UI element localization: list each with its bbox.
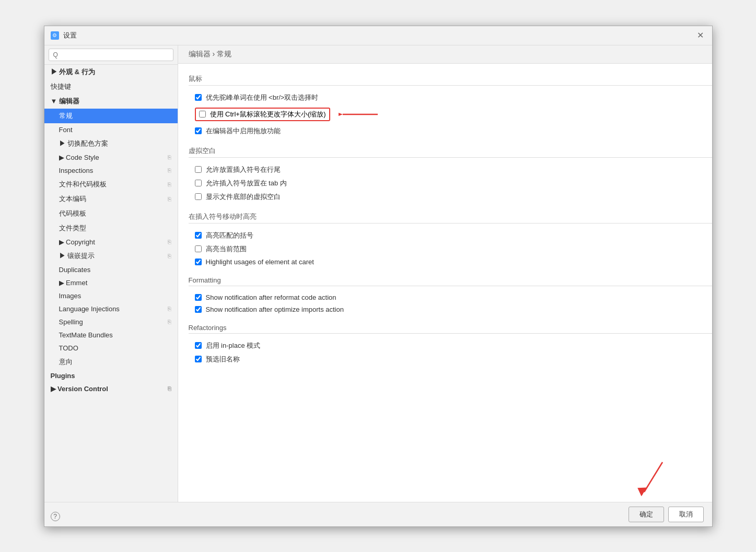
optimize-notify-label[interactable]: Show notification after optimize imports… [206,306,344,313]
sidebar-item-label: 文件类型 [59,224,86,233]
drag-drop-checkbox[interactable] [195,127,202,134]
show-bottom-label[interactable]: 显示文件底部的虚拟空白 [206,192,281,202]
sidebar-item-inlay-hints[interactable]: ▶ 镶嵌提示 ⎘ [44,249,178,263]
sidebar-item-copyright[interactable]: ▶ Copyright ⎘ [44,236,178,249]
help-button[interactable]: ? [51,512,60,521]
caret-highlight-header: 在插入符号移动时高亮 [189,212,702,224]
allow-tab-label[interactable]: 允许插入符号放置在 tab 内 [206,179,287,188]
allow-end-checkbox[interactable] [195,166,202,173]
copy-icon: ⎘ [168,181,171,187]
sidebar-item-spelling[interactable]: Spelling ⎘ [44,315,178,328]
preselect-label[interactable]: 预选旧名称 [206,355,240,364]
checkbox-allow-end: 允许放置插入符号在行尾 [189,163,702,177]
camel-case-checkbox[interactable] [195,94,202,101]
reformat-notify-checkbox[interactable] [195,294,202,301]
sidebar-item-label: ▶ Version Control [51,385,108,393]
annotation-arrow [339,107,380,122]
sidebar-item-todo[interactable]: TODO [44,342,178,355]
ctrl-scroll-row: 使用 Ctrl+鼠标滚轮更改字体大小(缩放) [189,104,702,124]
checkbox-reformat: Show notification after reformat code ac… [189,291,702,303]
sidebar-item-label: 代码模板 [59,209,86,218]
sidebar-item-shortcuts[interactable]: 快捷键 [44,79,178,94]
sidebar-item-label: Images [59,292,82,300]
allow-end-label[interactable]: 允许放置插入符号在行尾 [206,165,281,174]
usages-label[interactable]: Highlight usages of element at caret [206,258,314,266]
optimize-notify-checkbox[interactable] [195,306,202,313]
mouse-section: 鼠标 优先驼峰单词在使用 <br/>双击选择时 使用 Ctrl+鼠标滚轮更改字体… [189,74,702,138]
sidebar-item-label: Spelling [59,318,83,326]
sidebar-item-label: 常规 [59,111,73,121]
allow-tab-checkbox[interactable] [195,180,202,186]
checkbox-show-bottom: 显示文件底部的虚拟空白 [189,190,702,204]
sidebar-item-appearance[interactable]: ▶ 外观 & 行为 [44,65,178,79]
matching-brace-checkbox[interactable] [195,232,202,239]
sidebar-item-text-encoding[interactable]: 文本编码 ⎘ [44,192,178,206]
current-scope-label[interactable]: 高亮当前范围 [206,244,247,254]
bottom-red-arrow-svg [636,460,668,496]
sidebar-item-textmate[interactable]: TextMate Bundles [44,328,178,342]
inplace-label[interactable]: 启用 in-place 模式 [206,341,261,350]
copy-icon: ⎘ [168,319,171,325]
svg-line-3 [644,462,662,492]
sidebar-item-general[interactable]: 常规 [44,109,178,123]
dialog-footer: ? 确定 取消 [44,502,712,526]
copy-icon: ⎘ [168,154,171,160]
sidebar-item-emmet[interactable]: ▶ Emmet [44,276,178,289]
sidebar-item-duplicates[interactable]: Duplicates [44,263,178,276]
checkbox-optimize: Show notification after optimize imports… [189,303,702,315]
current-scope-checkbox[interactable] [195,245,202,252]
sidebar-item-label: 文件和代码模板 [59,180,107,189]
cancel-button[interactable]: 取消 [668,507,704,522]
highlight-box: 使用 Ctrl+鼠标滚轮更改字体大小(缩放) [195,108,330,121]
matching-brace-label[interactable]: 高亮匹配的括号 [206,231,253,240]
sidebar: ▶ 外观 & 行为 快捷键 ▼ 编辑器 常规 Font ▶ 切换配色方案 [44,45,178,502]
sidebar-item-lang-injections[interactable]: Language Injections ⎘ [44,302,178,315]
sidebar-item-inspections[interactable]: Inspections ⎘ [44,164,178,177]
preselect-checkbox[interactable] [195,356,202,362]
copy-icon: ⎘ [168,306,171,312]
sidebar-item-code-template[interactable]: 代码模板 [44,206,178,221]
formatting-section: Formatting Show notification after refor… [189,276,702,315]
ok-button[interactable]: 确定 [629,507,664,522]
show-bottom-checkbox[interactable] [195,193,202,200]
ctrl-scroll-label[interactable]: 使用 Ctrl+鼠标滚轮更改字体大小(缩放) [210,110,326,119]
sidebar-item-intention[interactable]: 意向 [44,355,178,369]
ctrl-scroll-checkbox[interactable] [199,111,206,118]
sidebar-item-images[interactable]: Images [44,289,178,302]
inplace-checkbox[interactable] [195,342,202,349]
refactorings-header: Refactorings [189,324,702,334]
camel-case-label[interactable]: 优先驼峰单词在使用 <br/>双击选择时 [206,93,319,102]
dialog-title: 设置 [63,31,77,40]
search-box [44,45,178,65]
breadcrumb: 编辑器 › 常规 [178,45,712,64]
copy-icon: ⎘ [168,196,171,202]
sidebar-item-plugins[interactable]: Plugins [44,369,178,382]
sidebar-item-label: Duplicates [59,266,91,274]
mouse-section-header: 鼠标 [189,74,702,86]
usages-checkbox[interactable] [195,259,202,265]
sidebar-item-font[interactable]: Font [44,123,178,136]
sidebar-item-label: TextMate Bundles [59,331,113,339]
copy-icon: ⎘ [168,385,171,392]
sidebar-item-version-control[interactable]: ▶ Version Control ⎘ [44,382,178,395]
sidebar-item-editor[interactable]: ▼ 编辑器 [44,94,178,109]
search-input[interactable] [49,49,173,61]
sidebar-item-file-template[interactable]: 文件和代码模板 ⎘ [44,177,178,192]
sidebar-item-label: Font [59,126,73,134]
content-area: 鼠标 优先驼峰单词在使用 <br/>双击选择时 使用 Ctrl+鼠标滚轮更改字体… [178,64,712,502]
sidebar-item-label: ▼ 编辑器 [51,97,79,106]
sidebar-item-label: ▶ 镶嵌提示 [59,251,95,261]
virtual-space-section: 虚拟空白 允许放置插入符号在行尾 允许插入符号放置在 tab 内 显示文件底部的… [189,146,702,204]
checkbox-current-scope: 高亮当前范围 [189,242,702,256]
copy-icon: ⎘ [168,167,171,173]
sidebar-item-color-scheme[interactable]: ▶ 切换配色方案 [44,136,178,151]
copy-icon: ⎘ [168,239,171,245]
drag-drop-label[interactable]: 在编辑器中启用拖放功能 [206,126,281,136]
close-button[interactable]: ✕ [695,30,706,41]
sidebar-item-label: Inspections [59,167,94,174]
title-bar: ⚙ 设置 ✕ [44,26,712,45]
bottom-arrow-annotation [636,460,668,498]
reformat-notify-label[interactable]: Show notification after reformat code ac… [206,293,336,301]
sidebar-item-file-type[interactable]: 文件类型 [44,221,178,236]
sidebar-item-code-style[interactable]: ▶ Code Style ⎘ [44,151,178,164]
